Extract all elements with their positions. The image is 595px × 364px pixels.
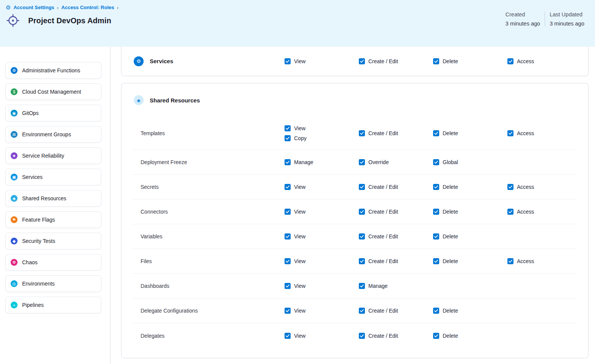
permission-checkbox-view[interactable]: View bbox=[285, 209, 359, 215]
checkbox-checked-icon[interactable] bbox=[359, 258, 365, 264]
checkbox-checked-icon[interactable] bbox=[433, 308, 439, 314]
checkbox-checked-icon[interactable] bbox=[359, 184, 365, 190]
services-card-title: Services bbox=[150, 58, 173, 64]
sidebar-item-shared-resources[interactable]: ◈Shared Resources bbox=[5, 190, 101, 207]
permission-checkbox-create-edit[interactable]: Create / Edit bbox=[359, 184, 433, 190]
permission-checkbox-view[interactable]: View bbox=[285, 283, 359, 289]
permission-checkbox-create-edit[interactable]: Create / Edit bbox=[359, 58, 433, 64]
permission-checkbox-override[interactable]: Override bbox=[359, 159, 433, 165]
checkbox-checked-icon[interactable] bbox=[359, 209, 365, 215]
checkbox-checked-icon[interactable] bbox=[285, 58, 291, 64]
sidebar-item-environment-groups[interactable]: ⊞Environment Groups bbox=[5, 126, 101, 143]
permission-label: View bbox=[294, 283, 305, 289]
permission-checkbox-create-edit[interactable]: Create / Edit bbox=[359, 333, 433, 339]
sidebar-item-security-tests[interactable]: ◆Security Tests bbox=[5, 233, 101, 249]
permission-checkbox-create-edit[interactable]: Create / Edit bbox=[359, 308, 433, 314]
permission-checkbox-delete[interactable]: Delete bbox=[433, 130, 507, 136]
permission-checkbox-access[interactable]: Access bbox=[507, 258, 577, 264]
sidebar-item-environments[interactable]: ◎Environments bbox=[5, 275, 101, 292]
checkbox-checked-icon[interactable] bbox=[359, 58, 365, 64]
permission-checkbox-create-edit[interactable]: Create / Edit bbox=[359, 258, 433, 264]
permission-checkbox-access[interactable]: Access bbox=[507, 58, 577, 64]
permission-checkbox-create-edit[interactable]: Create / Edit bbox=[359, 233, 433, 239]
checkbox-checked-icon[interactable] bbox=[359, 308, 365, 314]
checkbox-checked-icon[interactable] bbox=[507, 209, 513, 215]
checkbox-checked-icon[interactable] bbox=[285, 159, 291, 165]
templates-col-3: Delete bbox=[433, 130, 507, 136]
permission-checkbox-view[interactable]: View bbox=[285, 308, 359, 314]
files-col-2: Create / Edit bbox=[359, 258, 433, 264]
checkbox-checked-icon[interactable] bbox=[433, 58, 439, 64]
permission-label: Create / Edit bbox=[368, 258, 398, 264]
breadcrumb-access-control-roles[interactable]: Access Control: Roles bbox=[61, 5, 114, 10]
checkbox-checked-icon[interactable] bbox=[433, 233, 439, 239]
checkbox-checked-icon[interactable] bbox=[507, 130, 513, 136]
permission-checkbox-view[interactable]: View bbox=[285, 184, 359, 190]
permission-checkbox-create-edit[interactable]: Create / Edit bbox=[359, 130, 433, 136]
checkbox-checked-icon[interactable] bbox=[359, 130, 365, 136]
sidebar-item-service-reliability[interactable]: ★Service Reliability bbox=[5, 147, 101, 164]
checkbox-checked-icon[interactable] bbox=[285, 308, 291, 314]
checkbox-checked-icon[interactable] bbox=[507, 258, 513, 264]
permission-checkbox-access[interactable]: Access bbox=[507, 184, 577, 190]
permission-checkbox-view[interactable]: View bbox=[285, 58, 359, 64]
permission-checkbox-delete[interactable]: Delete bbox=[433, 209, 507, 215]
checkbox-checked-icon[interactable] bbox=[433, 209, 439, 215]
permission-checkbox-view[interactable]: View bbox=[285, 258, 359, 264]
permission-checkbox-manage[interactable]: Manage bbox=[285, 159, 359, 165]
checkbox-checked-icon[interactable] bbox=[359, 283, 365, 289]
checkbox-checked-icon[interactable] bbox=[433, 130, 439, 136]
permission-checkbox-access[interactable]: Access bbox=[507, 130, 577, 136]
checkbox-checked-icon[interactable] bbox=[285, 184, 291, 190]
permission-label: Create / Edit bbox=[368, 308, 398, 314]
templates-col-1: ViewCopy bbox=[285, 125, 359, 141]
permission-checkbox-global[interactable]: Global bbox=[433, 159, 507, 165]
breadcrumb-account-settings[interactable]: Account Settings bbox=[13, 5, 54, 10]
permission-label: Delete bbox=[443, 184, 458, 190]
resource-label: Delegate Configurations bbox=[132, 308, 285, 314]
sidebar-item-chaos[interactable]: ☢Chaos bbox=[5, 254, 101, 271]
checkbox-checked-icon[interactable] bbox=[433, 159, 439, 165]
checkbox-checked-icon[interactable] bbox=[507, 58, 513, 64]
permission-checkbox-delete[interactable]: Delete bbox=[433, 308, 507, 314]
permission-checkbox-delete[interactable]: Delete bbox=[433, 58, 507, 64]
permission-checkbox-view[interactable]: View bbox=[285, 333, 359, 339]
permission-checkbox-view[interactable]: View bbox=[285, 233, 359, 239]
sidebar-item-services[interactable]: ▣Services bbox=[5, 169, 101, 185]
permission-checkbox-delete[interactable]: Delete bbox=[433, 258, 507, 264]
checkbox-checked-icon[interactable] bbox=[359, 159, 365, 165]
deployment-freeze-col-3: Global bbox=[433, 159, 507, 165]
permission-checkbox-delete[interactable]: Delete bbox=[433, 233, 507, 239]
checkbox-checked-icon[interactable] bbox=[285, 283, 291, 289]
checkbox-checked-icon[interactable] bbox=[359, 233, 365, 239]
permission-checkbox-copy[interactable]: Copy bbox=[285, 135, 359, 141]
sidebar-item-administrative-functions[interactable]: ⚙Administrative Functions bbox=[5, 62, 101, 79]
checkbox-checked-icon[interactable] bbox=[507, 184, 513, 190]
checkbox-checked-icon[interactable] bbox=[433, 258, 439, 264]
checkbox-checked-icon[interactable] bbox=[285, 258, 291, 264]
services-col-4: Access bbox=[507, 58, 577, 64]
permission-checkbox-view[interactable]: View bbox=[285, 125, 359, 131]
variables-col-2: Create / Edit bbox=[359, 233, 433, 239]
permission-checkbox-manage[interactable]: Manage bbox=[359, 283, 433, 289]
sidebar-item-cloud-cost-management[interactable]: $Cloud Cost Management bbox=[5, 83, 101, 100]
permission-checkbox-access[interactable]: Access bbox=[507, 209, 577, 215]
checkbox-checked-icon[interactable] bbox=[285, 333, 291, 339]
checkbox-checked-icon[interactable] bbox=[433, 333, 439, 339]
last-updated-value: 3 minutes ago bbox=[550, 21, 584, 27]
checkbox-checked-icon[interactable] bbox=[285, 135, 291, 141]
checkbox-checked-icon[interactable] bbox=[359, 333, 365, 339]
checkbox-checked-icon[interactable] bbox=[433, 184, 439, 190]
permission-checkbox-create-edit[interactable]: Create / Edit bbox=[359, 209, 433, 215]
sidebar-item-gitops[interactable]: ◉GitOps bbox=[5, 105, 101, 121]
permission-checkbox-delete[interactable]: Delete bbox=[433, 333, 507, 339]
checkbox-checked-icon[interactable] bbox=[285, 209, 291, 215]
templates-col-2: Create / Edit bbox=[359, 130, 433, 136]
permission-checkbox-delete[interactable]: Delete bbox=[433, 184, 507, 190]
permission-label: Create / Edit bbox=[368, 209, 398, 215]
sidebar-item-feature-flags[interactable]: ⚑Feature Flags bbox=[5, 211, 101, 228]
sidebar-item-pipelines[interactable]: »Pipelines bbox=[5, 297, 101, 313]
resource-label: Dashboards bbox=[132, 283, 285, 289]
checkbox-checked-icon[interactable] bbox=[285, 233, 291, 239]
checkbox-checked-icon[interactable] bbox=[285, 125, 291, 131]
